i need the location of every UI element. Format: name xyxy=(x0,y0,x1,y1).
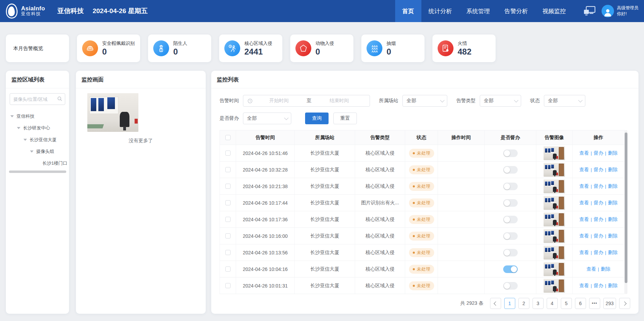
alarm-image-thumbnail[interactable] xyxy=(544,229,565,243)
nav-item-video-monitor[interactable]: 视频监控 xyxy=(535,0,573,22)
supervise-toggle[interactable] xyxy=(503,183,518,190)
alarm-image-thumbnail[interactable] xyxy=(544,179,565,193)
action-delete[interactable]: 删除 xyxy=(608,233,617,239)
col-alarm-type: 告警类型 xyxy=(355,130,405,145)
action-delete[interactable]: 删除 xyxy=(608,167,617,173)
caret-down-icon[interactable] xyxy=(10,115,14,117)
nav-item-home[interactable]: 首页 xyxy=(395,0,421,22)
action-delete[interactable]: 删除 xyxy=(608,200,617,206)
action-view[interactable]: 查看 xyxy=(579,233,589,239)
row-actions: 查看|督办|删除 xyxy=(573,162,625,178)
reset-button[interactable]: 重置 xyxy=(333,113,357,124)
pagination-page-4[interactable]: 4 xyxy=(547,298,558,309)
pagination-more-button[interactable]: ••• xyxy=(589,298,600,309)
pagination-page-2[interactable]: 2 xyxy=(518,298,529,309)
action-delete[interactable]: 删除 xyxy=(608,183,617,189)
camera-panel: 监控画面 没有更多了 xyxy=(76,71,206,314)
caret-down-icon[interactable] xyxy=(23,139,27,141)
action-supervise[interactable]: 督办 xyxy=(594,200,603,206)
alarm-image-thumbnail[interactable] xyxy=(544,262,565,276)
pagination-page-293[interactable]: 293 xyxy=(603,298,616,309)
date-range-picker[interactable]: 开始时间 至 结束时间 xyxy=(243,95,370,107)
tree-node-building[interactable]: 长沙亚信大厦 xyxy=(6,134,69,146)
action-supervise[interactable]: 督办 xyxy=(594,283,603,289)
supervise-toggle[interactable] xyxy=(503,282,518,290)
tree-node-camera-leaf[interactable]: 长沙1楼门口 xyxy=(6,157,69,169)
alarm-image-thumbnail[interactable] xyxy=(544,213,565,226)
tree-node-camera-group[interactable]: 摄像头组 xyxy=(6,146,69,157)
action-view[interactable]: 查看 xyxy=(579,183,589,189)
action-supervise[interactable]: 督办 xyxy=(594,250,603,256)
action-supervise[interactable]: 督办 xyxy=(594,167,603,173)
action-supervise[interactable]: 督办 xyxy=(594,216,603,223)
alarm-image-thumbnail[interactable] xyxy=(544,196,565,210)
current-date: 2024-04-26 星期五 xyxy=(92,7,147,16)
pagination-page-6[interactable]: 6 xyxy=(575,298,586,309)
supervise-toggle[interactable] xyxy=(503,249,518,256)
action-view[interactable]: 查看 xyxy=(586,266,596,272)
monitor-devices-icon[interactable] xyxy=(583,6,596,16)
action-view[interactable]: 查看 xyxy=(579,216,589,223)
action-view[interactable]: 查看 xyxy=(579,250,589,256)
status-badge: 未处理 xyxy=(409,232,434,241)
action-delete[interactable]: 删除 xyxy=(608,250,617,256)
caret-down-icon[interactable] xyxy=(30,150,33,153)
action-delete[interactable]: 删除 xyxy=(608,216,617,223)
pagination-page-1[interactable]: 1 xyxy=(504,298,515,309)
row-checkbox[interactable] xyxy=(225,217,231,222)
camera-feed-thumbnail[interactable] xyxy=(87,93,138,132)
pagination-prev-button[interactable] xyxy=(490,298,501,309)
action-delete[interactable]: 删除 xyxy=(608,283,617,289)
user-avatar[interactable] xyxy=(602,5,614,17)
supervise-toggle[interactable] xyxy=(503,199,518,207)
scrollbar-thumb[interactable] xyxy=(625,133,627,283)
alarm-image-thumbnail[interactable] xyxy=(544,279,565,293)
row-checkbox[interactable] xyxy=(225,150,231,156)
nav-item-alarm-analysis[interactable]: 告警分析 xyxy=(497,0,535,22)
caret-down-icon[interactable] xyxy=(17,127,20,129)
row-checkbox[interactable] xyxy=(225,233,231,239)
select-all-checkbox[interactable] xyxy=(225,135,231,140)
status-select[interactable]: 全部 xyxy=(544,95,585,107)
station-select[interactable]: 全部 xyxy=(402,95,447,107)
status-dot-icon xyxy=(413,169,415,171)
alarm-image-thumbnail[interactable] xyxy=(544,163,565,177)
supervise-toggle[interactable] xyxy=(503,232,518,240)
supervise-toggle[interactable] xyxy=(503,149,518,157)
action-delete[interactable]: 删除 xyxy=(608,150,617,156)
action-supervise[interactable]: 督办 xyxy=(594,233,603,239)
tree-node-rd-center[interactable]: 长沙研发中心 xyxy=(6,122,69,134)
supervise-toggle[interactable] xyxy=(503,166,518,174)
row-checkbox[interactable] xyxy=(225,250,231,255)
nav-item-statistics[interactable]: 统计分析 xyxy=(421,0,459,22)
status-dot-icon xyxy=(413,185,415,187)
nav-item-system[interactable]: 系统管理 xyxy=(459,0,497,22)
alarm-image-thumbnail[interactable] xyxy=(544,146,565,160)
row-checkbox[interactable] xyxy=(225,200,231,205)
pagination-next-button[interactable] xyxy=(619,298,630,309)
alarm-image-thumbnail[interactable] xyxy=(544,246,565,260)
action-view[interactable]: 查看 xyxy=(579,283,589,289)
query-button[interactable]: 查询 xyxy=(305,113,329,124)
action-separator: | xyxy=(605,167,606,172)
row-checkbox[interactable] xyxy=(225,167,231,172)
supervise-toggle[interactable] xyxy=(503,216,518,223)
alarm-type-select[interactable]: 全部 xyxy=(480,95,521,107)
pagination-page-3[interactable]: 3 xyxy=(533,298,544,309)
row-checkbox[interactable] xyxy=(225,283,231,288)
alarm-time-filter-label: 告警时间 xyxy=(219,98,239,104)
row-checkbox[interactable] xyxy=(225,184,231,189)
supervise-select[interactable]: 全部 xyxy=(243,113,291,124)
pagination-page-5[interactable]: 5 xyxy=(561,298,572,309)
action-delete[interactable]: 删除 xyxy=(601,266,611,272)
action-supervise[interactable]: 督办 xyxy=(594,183,603,189)
status-dot-icon xyxy=(413,268,415,270)
tree-node-company[interactable]: 亚信科技 xyxy=(6,110,69,122)
row-checkbox[interactable] xyxy=(225,266,231,272)
supervise-toggle[interactable] xyxy=(503,265,518,273)
action-view[interactable]: 查看 xyxy=(579,167,589,173)
action-supervise[interactable]: 督办 xyxy=(594,150,603,156)
horizontal-scrollbar[interactable] xyxy=(9,171,66,173)
action-view[interactable]: 查看 xyxy=(579,200,589,206)
action-view[interactable]: 查看 xyxy=(579,150,589,156)
